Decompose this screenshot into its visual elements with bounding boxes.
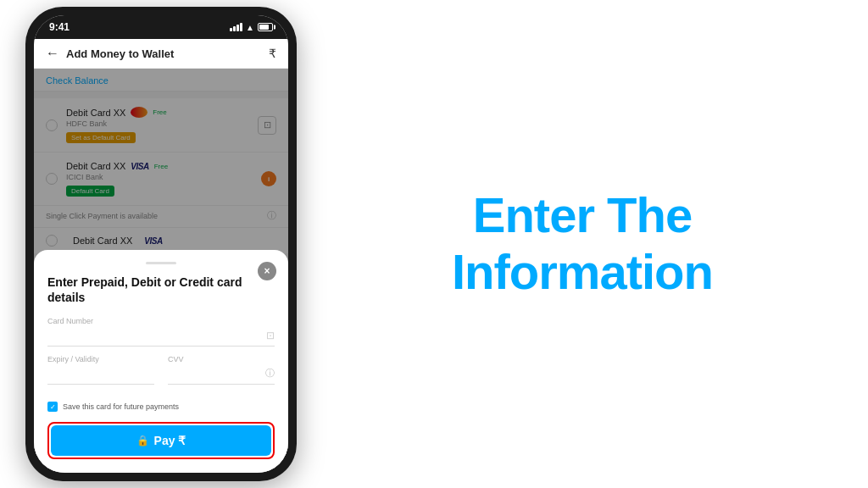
pay-button-label: Pay ₹ [154, 434, 186, 447]
expiry-group: Expiry / Validity [47, 355, 154, 385]
status-time: 9:41 [49, 21, 70, 33]
status-bar: 9:41 ▲ [34, 15, 288, 39]
app-header: ← Add Money to Wallet ₹ [34, 39, 288, 69]
card-number-input[interactable]: ⊡ [47, 328, 275, 347]
back-button[interactable]: ← [46, 46, 59, 61]
modal-title: Enter Prepaid, Debit or Credit card deta… [47, 274, 275, 305]
cvv-input[interactable]: ⓘ [168, 366, 275, 385]
cvv-info-icon: ⓘ [265, 367, 275, 380]
phone-screen: 9:41 ▲ ← Add [34, 15, 288, 473]
card-number-label: Card Number [47, 317, 275, 325]
expiry-label: Expiry / Validity [47, 355, 154, 363]
pay-button-wrapper: 🔒 Pay ₹ [47, 422, 275, 459]
expiry-cvv-row: Expiry / Validity CVV ⓘ [47, 355, 275, 393]
status-icons: ▲ [230, 23, 273, 32]
page-title: Add Money to Wallet [66, 47, 174, 60]
battery-icon [258, 23, 273, 31]
big-headline-line1: Enter The [452, 187, 713, 244]
expiry-input[interactable] [47, 366, 154, 385]
cvv-label: CVV [168, 355, 275, 363]
lock-icon: 🔒 [136, 435, 149, 446]
wifi-icon: ▲ [246, 23, 254, 32]
phone-frame: 9:41 ▲ ← Add [25, 7, 297, 481]
phone-mockup: 9:41 ▲ ← Add [25, 7, 297, 481]
right-content: Enter The Information [297, 170, 868, 317]
save-card-row: Save this card for future payments [47, 402, 275, 412]
modal-overlay: × Enter Prepaid, Debit or Credit card de… [34, 69, 288, 473]
pay-button[interactable]: 🔒 Pay ₹ [51, 425, 271, 456]
big-headline: Enter The Information [452, 187, 713, 300]
header-left: ← Add Money to Wallet [46, 46, 174, 61]
big-headline-line2: Information [452, 244, 713, 301]
modal-sheet: × Enter Prepaid, Debit or Credit card de… [34, 250, 288, 473]
content-area: Check Balance Debit Card XX Free HDFC Ba [34, 69, 288, 473]
save-card-checkbox[interactable] [47, 402, 58, 412]
currency-symbol: ₹ [269, 47, 276, 60]
save-card-label: Save this card for future payments [63, 402, 179, 411]
modal-handle [146, 262, 176, 264]
cvv-group: CVV ⓘ [168, 355, 275, 385]
signal-icon [230, 23, 242, 31]
card-scan-icon: ⊡ [266, 330, 275, 341]
modal-close-button[interactable]: × [258, 262, 276, 280]
card-number-group: Card Number ⊡ [47, 317, 275, 347]
